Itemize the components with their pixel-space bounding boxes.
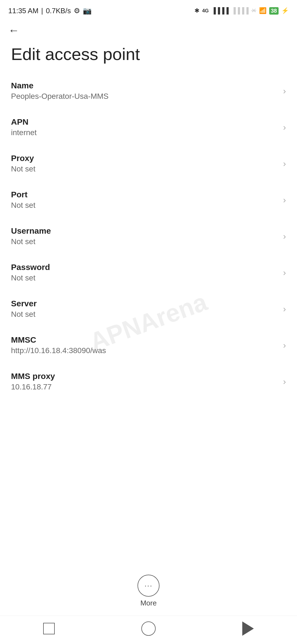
status-left: 11:35 AM | 0.7KB/s ⚙ 📷 [8, 7, 92, 15]
settings-list: Name Peoples-Operator-Usa-MMS › APN inte… [0, 73, 297, 569]
settings-item-username-content: Username Not set [11, 226, 277, 246]
status-time: 11:35 AM [8, 7, 38, 15]
back-triangle-icon [242, 621, 254, 636]
settings-value-name: Peoples-Operator-Usa-MMS [11, 92, 277, 101]
settings-value-port: Not set [11, 201, 277, 210]
settings-item-proxy-content: Proxy Not set [11, 154, 277, 173]
chevron-icon-password: › [283, 268, 286, 278]
chevron-icon-apn: › [283, 122, 286, 132]
more-dots: ··· [144, 581, 152, 590]
battery-level: 38 [271, 8, 277, 14]
nav-home-button[interactable] [141, 621, 156, 636]
home-circle-icon [141, 621, 156, 636]
charging-icon: ⚡ [281, 7, 289, 14]
settings-label-password: Password [11, 263, 277, 272]
settings-value-apn: internet [11, 128, 277, 137]
signal-4g-icon: 4G [202, 8, 209, 14]
settings-item-server-content: Server Not set [11, 299, 277, 319]
video-icon: 📷 [83, 7, 92, 15]
settings-value-mms-proxy: 10.16.18.77 [11, 383, 277, 391]
chevron-icon-name: › [283, 86, 286, 96]
settings-item-apn[interactable]: APN internet › [0, 109, 297, 145]
settings-value-server: Not set [11, 310, 277, 319]
more-button[interactable]: ··· More [138, 575, 160, 607]
settings-item-mms-proxy[interactable]: MMS proxy 10.16.18.77 › [0, 363, 297, 400]
settings-item-port-content: Port Not set [11, 190, 277, 210]
settings-label-proxy: Proxy [11, 154, 277, 163]
more-icon: ··· [138, 575, 160, 597]
settings-item-name[interactable]: Name Peoples-Operator-Usa-MMS › [0, 73, 297, 109]
status-bar: 11:35 AM | 0.7KB/s ⚙ 📷 ✱ 4G ▐▐▐▐ ▐▐▐▐ ✕ … [0, 0, 297, 19]
signal-bars-icon: ▐▐▐▐ [211, 7, 229, 14]
page-title: Edit access point [0, 39, 297, 73]
signal-bars2-icon: ▐▐▐▐ [231, 7, 248, 14]
chevron-icon-mmsc: › [283, 340, 286, 350]
settings-value-username: Not set [11, 237, 277, 246]
more-label: More [140, 599, 156, 607]
settings-item-password[interactable]: Password Not set › [0, 254, 297, 291]
settings-label-name: Name [11, 81, 277, 90]
battery-icon: 38 [269, 7, 279, 15]
settings-item-proxy[interactable]: Proxy Not set › [0, 145, 297, 182]
chevron-icon-server: › [283, 304, 286, 314]
settings-item-password-content: Password Not set [11, 263, 277, 282]
chevron-icon-proxy: › [283, 159, 286, 169]
settings-item-mmsc[interactable]: MMSC http://10.16.18.4:38090/was › [0, 327, 297, 363]
back-button[interactable]: ← [8, 24, 19, 36]
chevron-icon-mms-proxy: › [283, 376, 286, 387]
settings-value-password: Not set [11, 274, 277, 282]
settings-label-port: Port [11, 190, 277, 199]
nav-recents-button[interactable] [43, 623, 55, 634]
settings-label-apn: APN [11, 117, 277, 127]
status-right: ✱ 4G ▐▐▐▐ ▐▐▐▐ ✕ 📶 38 ⚡ [194, 7, 289, 15]
chevron-icon-username: › [283, 231, 286, 241]
no-signal-icon: ✕ [251, 7, 256, 14]
settings-value-proxy: Not set [11, 165, 277, 173]
status-speed: | [41, 7, 43, 15]
recents-square-icon [43, 623, 55, 634]
settings-item-mmsc-content: MMSC http://10.16.18.4:38090/was [11, 335, 277, 355]
settings-item-username[interactable]: Username Not set › [0, 218, 297, 254]
nav-back-button[interactable] [242, 621, 254, 636]
wifi-icon: 📶 [259, 7, 266, 14]
bluetooth-icon: ✱ [194, 7, 199, 14]
settings-item-port[interactable]: Port Not set › [0, 182, 297, 218]
settings-value-mmsc: http://10.16.18.4:38090/was [11, 346, 277, 355]
settings-label-mms-proxy: MMS proxy [11, 372, 277, 381]
settings-label-username: Username [11, 226, 277, 236]
chevron-icon-port: › [283, 195, 286, 205]
settings-label-server: Server [11, 299, 277, 308]
settings-item-apn-content: APN internet [11, 117, 277, 137]
settings-icon: ⚙ [74, 7, 80, 15]
more-button-area: ··· More [0, 569, 297, 616]
settings-item-server[interactable]: Server Not set › [0, 291, 297, 327]
settings-item-name-content: Name Peoples-Operator-Usa-MMS [11, 81, 277, 101]
settings-item-mms-proxy-content: MMS proxy 10.16.18.77 [11, 372, 277, 391]
status-data-speed: 0.7KB/s [46, 7, 71, 15]
back-header: ← [0, 19, 297, 39]
nav-bar [0, 616, 297, 644]
settings-label-mmsc: MMSC [11, 335, 277, 345]
